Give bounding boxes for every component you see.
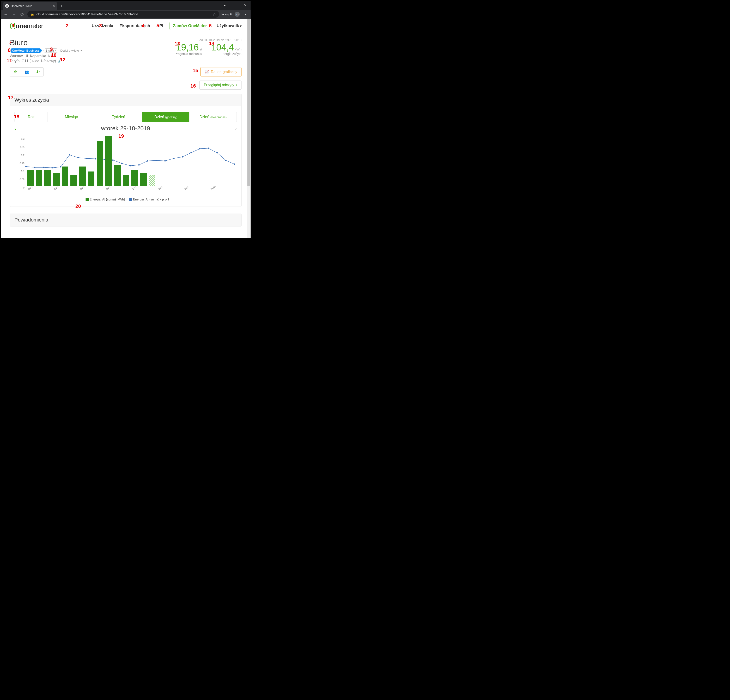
url-text: cloud.onemeter.com/#/device/7106b418-a8e… [36,12,138,16]
svg-point-24 [234,163,235,165]
tab-day-quarters[interactable]: Dzień (kwadranse) [189,112,237,122]
svg-point-22 [216,152,218,153]
svg-point-8 [95,158,96,159]
settings-button[interactable]: ⚙ [10,67,21,76]
device-address: Warsaw, Ul. Kopernika 1/1 [10,54,175,58]
logo[interactable]: (ı) onemeter [10,22,43,30]
caret-down-icon: ▾ [39,71,40,73]
chart-bar[interactable] [62,166,69,186]
nav-user-menu[interactable]: Użytkownik [217,23,241,28]
chart-bar[interactable] [105,136,112,186]
svg-point-10 [112,159,114,161]
forward-button[interactable]: → [11,12,17,17]
page-title: Biuro [10,38,175,47]
browser-tab-bar: ⊙ OneMeter Cloud ✕ + – ☐ ✕ [1,1,251,10]
url-input[interactable]: 🔒 cloud.onemeter.com/#/device/7106b418-a… [28,11,219,18]
chart-legend: Energia |A| (suma) [kWh] Energia |A| (su… [15,197,237,201]
chart-prev-button[interactable]: ‹ [15,126,21,131]
incognito-icon: 👓 [235,12,240,17]
link-icon[interactable]: 🔗 [57,59,61,63]
remove-tag-icon[interactable]: × [55,49,57,52]
svg-point-0 [25,166,27,167]
chart-bar[interactable] [27,170,34,186]
svg-point-18 [182,156,183,158]
chart-bar[interactable] [79,166,86,186]
usage-chart: 00.050.10.150.20.250.3 00:0003:0006:0009… [15,134,237,197]
logo-accent: (ı) [10,22,15,29]
svg-point-17 [173,158,174,159]
tab-week[interactable]: Tydzień [95,112,142,122]
nav-order-button[interactable]: Zamów OneMeter [169,22,210,30]
lock-icon: 🔒 [31,13,34,16]
svg-point-19 [190,152,192,153]
legend-swatch-line [129,198,132,201]
users-icon: 👥 [25,70,29,74]
device-action-group: ⚙ 👥 ⬇▾ [10,67,44,76]
browser-menu-button[interactable]: ⋮ [242,12,248,17]
chart-range-tabs: Rok Miesiąc Tydzień Dzień (godziny) Dzie… [15,112,237,122]
legend-swatch-bar [86,198,89,201]
date-range: od 01-10-2019 do 29-10-2019 [175,38,241,42]
browser-tab[interactable]: ⊙ OneMeter Cloud ✕ [3,2,57,10]
svg-point-16 [164,160,166,162]
tab-title: OneMeter Cloud [11,4,32,8]
area-chart-icon: 📈 [204,70,209,74]
close-window-button[interactable]: ✕ [240,1,251,10]
chart-bar[interactable] [140,173,146,186]
badge-plan[interactable]: OneMeter Business [10,48,42,53]
tab-year[interactable]: Rok [15,112,48,122]
svg-point-9 [104,159,105,160]
chart-bar[interactable] [149,175,155,186]
back-button[interactable]: ← [3,12,9,17]
window-controls: – ☐ ✕ [219,1,251,10]
usage-chart-panel: Wykres zużycia Rok Miesiąc Tydzień Dzień… [10,94,241,207]
notifications-title: Powiadomienia [10,214,241,226]
close-icon[interactable]: ✕ [53,4,55,8]
svg-point-21 [208,147,209,149]
chart-bar[interactable] [70,175,77,186]
chart-bar[interactable] [88,172,94,186]
chart-bar[interactable] [53,173,60,186]
svg-point-3 [51,167,53,169]
chart-bar[interactable] [36,170,42,186]
graphic-report-button[interactable]: 📈 Raport graficzny [200,67,242,76]
download-icon: ⬇ [36,70,39,74]
chart-date-title: wtorek 29-10-2019 [21,125,230,132]
browse-readings-button[interactable]: Przeglądaj odczyty › [199,80,241,90]
incognito-label: Incognito [221,13,234,16]
chart-bar[interactable] [44,170,51,186]
scrollbar[interactable] [247,19,251,238]
bookmark-icon[interactable]: ☆ [213,12,216,16]
reload-button[interactable]: ⟳ [19,12,25,17]
nav-api[interactable]: API [156,23,163,28]
chart-bar[interactable] [131,170,138,186]
chart-next-button[interactable]: › [230,126,237,131]
svg-point-23 [225,160,226,161]
tab-favicon: ⊙ [5,4,9,8]
svg-point-12 [130,165,131,166]
svg-point-4 [60,166,61,168]
new-tab-button[interactable]: + [57,4,66,10]
badge-tag[interactable]: Studio × [44,48,58,53]
nav-devices[interactable]: Urządzenia [92,23,113,28]
logo-text-2: meter [27,22,43,30]
svg-point-6 [77,157,79,158]
svg-point-7 [86,158,88,159]
gear-icon: ⚙ [14,70,17,74]
share-button[interactable]: 👥 [21,67,32,76]
tab-month[interactable]: Miesiąc [48,112,95,122]
chart-bar[interactable] [114,165,120,186]
logo-text-1: one [15,22,27,30]
svg-point-13 [138,164,140,166]
minimize-button[interactable]: – [219,1,230,10]
tab-day-hours[interactable]: Dzień (godziny) [142,112,190,122]
svg-point-5 [69,154,70,156]
nav-export[interactable]: Eksport danych [120,23,150,28]
chart-bar[interactable] [123,175,129,186]
maximize-button[interactable]: ☐ [230,1,240,10]
chevron-right-icon: › [236,83,237,87]
download-button[interactable]: ⬇▾ [32,67,44,76]
device-tariff: Taryfa: G11 (układ 1-fazowy) 🔗 [10,59,175,63]
chart-bar[interactable] [97,141,103,186]
add-label-button[interactable]: Dodaj etykietę + [60,49,82,52]
